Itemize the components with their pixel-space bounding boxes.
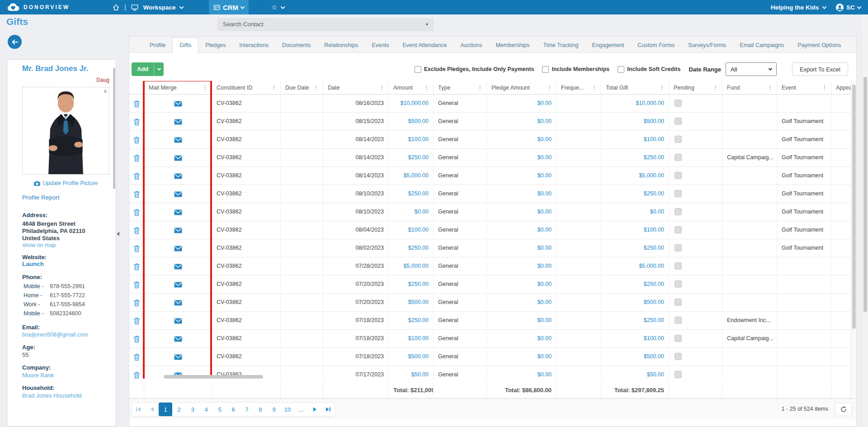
column-menu-icon[interactable]: ⋮ <box>476 84 484 91</box>
tab-auctions[interactable]: Auctions <box>453 38 489 52</box>
user-menu[interactable]: SC <box>836 0 861 14</box>
mail-merge-button[interactable] <box>174 246 182 251</box>
column-menu-icon[interactable]: ⋮ <box>546 84 553 91</box>
page-number-button[interactable]: 4 <box>199 403 213 416</box>
tab-documents[interactable]: Documents <box>275 38 317 52</box>
company-link[interactable]: Moore Bank <box>22 372 109 379</box>
column-header-pending[interactable]: Pending⋮ <box>669 81 722 94</box>
household-link[interactable]: Brad Jones Household <box>22 392 109 399</box>
delete-button[interactable] <box>133 227 140 234</box>
column-menu-icon[interactable]: ⋮ <box>378 84 386 91</box>
pending-checkbox[interactable] <box>675 371 682 378</box>
mail-merge-button[interactable] <box>174 282 182 288</box>
column-header-constituent_id[interactable]: Constituent ID⋮ <box>212 81 281 94</box>
column-menu-icon[interactable]: ⋮ <box>423 84 430 91</box>
pending-checkbox[interactable] <box>675 317 682 324</box>
tab-custom-forms[interactable]: Custom Forms <box>631 38 681 52</box>
column-header-type[interactable]: Type⋮ <box>434 81 487 94</box>
update-profile-picture-link[interactable]: Update Profile Picture <box>22 180 109 186</box>
column-header-date[interactable]: Date⋮ <box>323 81 389 94</box>
column-menu-icon[interactable]: ⋮ <box>712 84 719 91</box>
crm-menu[interactable]: CRM <box>209 0 249 14</box>
delete-button[interactable] <box>133 118 140 126</box>
launch-link[interactable]: Launch <box>22 261 109 267</box>
table-scrollbar-thumb[interactable] <box>852 85 856 329</box>
mail-merge-button[interactable] <box>174 228 182 233</box>
email-link[interactable]: bradjones508@gmail.com <box>22 332 109 338</box>
delete-button[interactable] <box>133 335 140 343</box>
org-menu[interactable]: Helping the Kids <box>771 0 826 14</box>
tab-time-tracking[interactable]: Time Tracking <box>536 38 585 52</box>
delete-button[interactable] <box>133 190 140 198</box>
column-menu-icon[interactable]: ⋮ <box>270 84 278 91</box>
column-menu-icon[interactable]: ⋮ <box>590 84 598 91</box>
refresh-button[interactable] <box>835 403 852 416</box>
tab-interactions[interactable]: Interactions <box>232 38 275 52</box>
pending-checkbox[interactable] <box>675 299 682 306</box>
page-number-button[interactable]: 9 <box>267 403 281 416</box>
home-icon[interactable] <box>112 4 120 11</box>
pending-checkbox[interactable] <box>675 172 682 179</box>
favorites-menu[interactable]: ☆ <box>271 0 284 14</box>
pending-checkbox[interactable] <box>675 280 682 288</box>
pending-checkbox[interactable] <box>675 118 682 125</box>
tab-pledges[interactable]: Pledges <box>198 38 232 52</box>
mail-merge-button[interactable] <box>174 264 182 270</box>
pending-checkbox[interactable] <box>675 190 682 197</box>
back-button[interactable] <box>8 35 22 49</box>
mail-merge-button[interactable] <box>174 101 182 107</box>
tab-memberships[interactable]: Memberships <box>489 38 536 52</box>
page-number-button[interactable]: 7 <box>240 403 254 416</box>
mail-merge-button[interactable] <box>174 300 182 306</box>
column-header-total_gift[interactable]: Total Gift⋮ <box>601 81 669 94</box>
page-last-button[interactable] <box>321 403 335 416</box>
page-number-button[interactable]: 6 <box>226 403 240 416</box>
column-header-pledge_amount[interactable]: Pledge Amount⋮ <box>487 81 557 94</box>
pending-checkbox[interactable] <box>675 208 682 215</box>
pending-checkbox[interactable] <box>675 262 682 270</box>
mail-merge-button[interactable] <box>174 336 182 342</box>
workspace-menu[interactable]: | Workspace <box>112 0 183 14</box>
column-header-mail_merge[interactable]: Mail Merge⋮ <box>144 81 212 94</box>
page-number-button[interactable]: 2 <box>172 403 186 416</box>
delete-button[interactable] <box>133 136 140 144</box>
delete-button[interactable] <box>133 172 140 180</box>
delete-button[interactable] <box>133 263 140 270</box>
page-number-button[interactable]: 8 <box>254 403 267 416</box>
delete-button[interactable] <box>133 245 140 252</box>
column-menu-icon[interactable]: ⋮ <box>766 84 774 91</box>
add-button[interactable]: Add <box>132 62 164 76</box>
mail-merge-button[interactable] <box>174 119 182 125</box>
delete-button[interactable] <box>133 371 140 379</box>
column-menu-icon[interactable]: ⋮ <box>658 84 666 91</box>
checkbox-2[interactable] <box>618 66 624 73</box>
page-prev-button[interactable] <box>145 403 159 416</box>
page-scrollbar[interactable] <box>863 0 868 427</box>
tab-events[interactable]: Events <box>365 38 396 52</box>
tab-gifts[interactable]: Gifts <box>172 38 198 53</box>
delete-button[interactable] <box>133 353 140 361</box>
page-ellipsis-button[interactable]: ... <box>294 403 308 416</box>
mail-merge-button[interactable] <box>174 173 182 179</box>
tab-email-campaigns[interactable]: Email Campaigns <box>733 38 791 52</box>
table-scrollbar[interactable] <box>851 81 856 399</box>
profile-report-link[interactable]: Profile Report <box>22 194 109 201</box>
tab-relationships[interactable]: Relationships <box>317 38 365 52</box>
pending-checkbox[interactable] <box>675 226 682 233</box>
pending-checkbox[interactable] <box>675 100 682 107</box>
checkbox-0[interactable] <box>415 66 421 73</box>
tab-event-attendance[interactable]: Event Attendance <box>396 38 453 52</box>
column-menu-icon[interactable]: ⋮ <box>821 84 828 91</box>
column-menu-icon[interactable]: ⋮ <box>201 84 209 91</box>
mail-merge-button[interactable] <box>174 354 182 360</box>
column-header-due_date[interactable]: Due Date⋮ <box>281 81 323 94</box>
column-header-appeal[interactable]: Appeal⋮ <box>831 81 852 94</box>
tab-payment-options[interactable]: Payment Options <box>791 38 848 52</box>
column-header-fund[interactable]: Fund⋮ <box>722 81 777 94</box>
page-scrollbar-thumb[interactable] <box>863 77 867 312</box>
checkbox-1[interactable] <box>542 66 549 73</box>
delete-button[interactable] <box>133 317 140 325</box>
pending-checkbox[interactable] <box>675 353 682 360</box>
page-number-button[interactable]: 3 <box>186 403 199 416</box>
pending-checkbox[interactable] <box>675 335 682 342</box>
